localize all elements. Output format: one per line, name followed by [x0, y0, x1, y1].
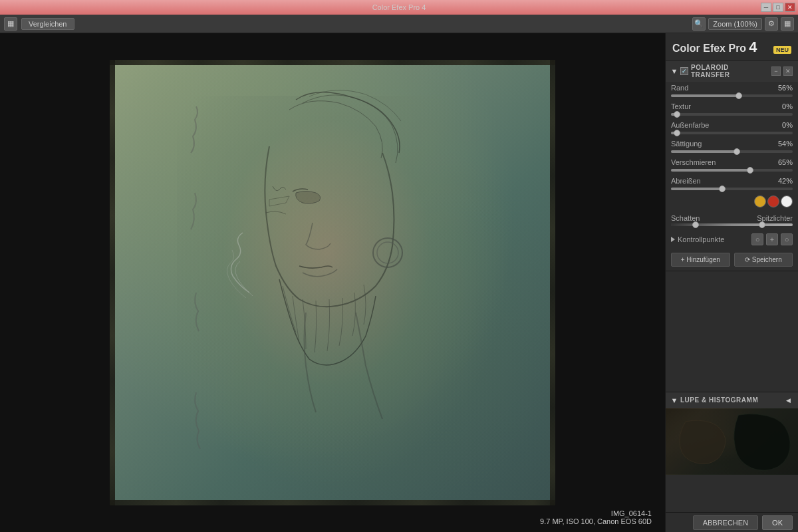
panel-title: Color Efex Pro: [672, 43, 746, 55]
lupe-expand-icon[interactable]: ◀: [783, 396, 793, 405]
photo-container: [110, 60, 555, 505]
grid-view-button[interactable]: ▦: [4, 17, 17, 31]
speichern-label: Speichern: [752, 256, 782, 263]
sattigung-slider-row: Sättigung 54%: [666, 138, 798, 156]
kontrollpunkte-add-circle[interactable]: ○: [751, 233, 763, 245]
new-badge: NEU: [773, 46, 791, 54]
verschmieren-track: [671, 169, 793, 172]
kontrollpunkte-minus-circle[interactable]: ○: [781, 233, 793, 245]
maximize-button[interactable]: □: [773, 3, 783, 12]
ok-button[interactable]: OK: [762, 515, 793, 530]
abreissen-fill: [671, 188, 722, 190]
compare-button[interactable]: Vergleichen: [21, 18, 74, 30]
torn-edge-right: [550, 60, 555, 505]
rand-slider-row: Rand 56%: [666, 82, 798, 100]
section-collapse-icon[interactable]: ▼: [671, 68, 678, 74]
sattigung-value: 54%: [778, 140, 793, 148]
filter-hide-button[interactable]: −: [771, 66, 781, 76]
zoom-icon: 🔍: [692, 17, 706, 31]
lupe-header[interactable]: ▼ LUPE & HISTOGRAMM ◀: [666, 392, 798, 408]
sattigung-label: Sättigung: [671, 140, 702, 148]
titlebar: Color Efex Pro 4 ─ □ ✕: [0, 0, 798, 15]
textur-value: 0%: [782, 102, 793, 110]
panel-header: Color Efex Pro 4 NEU: [666, 33, 798, 61]
view-toggle-icon[interactable]: ▦: [781, 17, 794, 31]
settings-icon[interactable]: ⚙: [765, 17, 778, 31]
textur-slider-row: Textur 0%: [666, 100, 798, 119]
filter-name: POLAROID TRANSFER: [691, 64, 769, 78]
zoom-display[interactable]: Zoom (100%): [708, 18, 762, 30]
minimize-button[interactable]: ─: [761, 3, 771, 12]
bottom-buttons: ABBRECHEN OK: [666, 512, 798, 532]
control-points-row[interactable]: Kontrollpunkte ○ + ○: [666, 230, 798, 249]
panel-number: 4: [749, 39, 757, 56]
color-swatches: [754, 196, 793, 207]
close-button[interactable]: ✕: [785, 3, 795, 12]
aussenfarbe-label: Außenfarbe: [671, 121, 709, 129]
sattigung-fill: [671, 150, 737, 153]
schatten-thumb[interactable]: [692, 221, 699, 228]
kontrollpunkte-label: Kontrollpunkte: [678, 235, 749, 243]
lupe-thumbnail: [666, 408, 798, 475]
aussenfarbe-slider-row: Außenfarbe 0%: [666, 119, 798, 138]
polaroid-transfer-section: ▼ ✓ POLAROID TRANSFER − ✕ Rand 56%: [666, 61, 798, 271]
abreissen-color-row: [666, 194, 798, 211]
verschmieren-thumb[interactable]: [747, 167, 753, 174]
speichern-icon: ⟳: [745, 256, 750, 263]
torn-edge-bottom: [110, 500, 555, 505]
lupe-title: LUPE & HISTOGRAMM: [680, 396, 781, 404]
lupe-svg: [666, 408, 798, 475]
color-swatch-orange[interactable]: [754, 196, 766, 207]
torn-edge-left: [110, 60, 115, 505]
verschmieren-fill: [671, 169, 750, 172]
abreissen-value: 42%: [778, 177, 793, 185]
zoom-controls: 🔍 Zoom (100%) ⚙ ▦: [692, 17, 794, 31]
right-panel: Color Efex Pro 4 NEU ▼ ✓ POLAROID TRANSF…: [665, 33, 798, 532]
svg-point-1: [377, 242, 398, 263]
filter-actions: − ✕: [771, 66, 793, 76]
lupe-section: ▼ LUPE & HISTOGRAMM ◀: [666, 392, 798, 513]
toolbar: ▦ Vergleichen 🔍 Zoom (100%) ⚙ ▦: [0, 15, 798, 33]
aussenfarbe-track: [671, 132, 793, 134]
torn-edge-top: [110, 60, 555, 65]
panel-spacer: [666, 271, 798, 392]
textur-track: [671, 113, 793, 116]
color-swatch-white[interactable]: [781, 196, 793, 207]
dual-slider-fill: [671, 223, 793, 226]
sattigung-thumb[interactable]: [733, 148, 740, 155]
aussenfarbe-value: 0%: [782, 121, 793, 129]
photo-background: [110, 60, 555, 505]
sattigung-track: [671, 150, 793, 153]
filename: IMG_0614-1: [540, 509, 652, 517]
rand-label: Rand: [671, 84, 688, 92]
verschmieren-slider-row: Verschmieren 65%: [666, 156, 798, 175]
abreissen-slider-row: Abreißen 42%: [666, 175, 798, 194]
hinzufugen-button[interactable]: + Hinzufügen: [671, 253, 730, 267]
cancel-button[interactable]: ABBRECHEN: [693, 515, 758, 530]
textur-thumb[interactable]: [674, 111, 680, 118]
textur-label: Textur: [671, 102, 691, 110]
aussenfarbe-thumb[interactable]: [674, 130, 680, 136]
abreissen-label: Abreißen: [671, 177, 701, 185]
filter-header[interactable]: ▼ ✓ POLAROID TRANSFER − ✕: [666, 61, 798, 82]
rand-thumb[interactable]: [735, 92, 742, 99]
rand-fill: [671, 94, 739, 97]
spitzlichter-thumb[interactable]: [759, 221, 765, 228]
canvas-area: IMG_0614-1 9.7 MP, ISO 100, Canon EOS 60…: [0, 33, 665, 532]
abreissen-thumb[interactable]: [719, 186, 726, 192]
metadata: 9.7 MP, ISO 100, Canon EOS 60D: [540, 517, 652, 525]
verschmieren-value: 65%: [778, 158, 793, 166]
speichern-button[interactable]: ⟳ Speichern: [734, 253, 793, 267]
kontrollpunkte-plus-icon[interactable]: +: [766, 233, 778, 245]
filter-enable-checkbox[interactable]: ✓: [680, 67, 688, 75]
filter-close-button[interactable]: ✕: [783, 66, 793, 76]
canvas-info: IMG_0614-1 9.7 MP, ISO 100, Canon EOS 60…: [540, 509, 652, 525]
lupe-collapse-icon[interactable]: ▼: [671, 397, 678, 404]
action-buttons-row: + Hinzufügen ⟳ Speichern: [666, 249, 798, 271]
kontrollpunkte-expand-icon[interactable]: [671, 237, 675, 242]
color-swatch-red[interactable]: [767, 196, 779, 207]
rand-value: 56%: [778, 84, 793, 92]
sketch-lines: [110, 60, 555, 505]
verschmieren-label: Verschmieren: [671, 158, 716, 166]
window-controls: ─ □ ✕: [761, 3, 795, 12]
